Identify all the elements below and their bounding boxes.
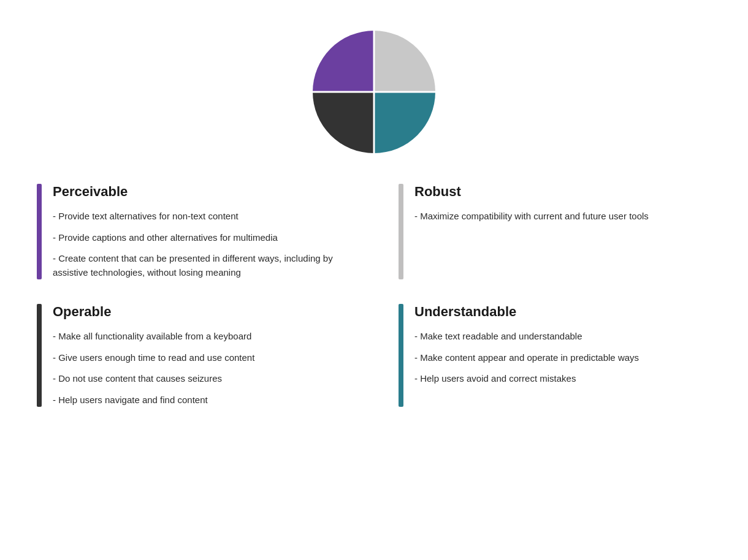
- content-grid: Perceivable - Provide text alternatives …: [37, 184, 711, 407]
- understandable-content: Understandable - Make text readable and …: [414, 304, 711, 407]
- understandable-bar: [399, 304, 403, 407]
- perceivable-item-3: - Create content that can be presented i…: [53, 252, 349, 279]
- understandable-item-3: - Help users avoid and correct mistakes: [414, 372, 711, 386]
- operable-item-1: - Make all functionality available from …: [53, 330, 349, 344]
- understandable-title: Understandable: [414, 304, 711, 320]
- perceivable-bar: [37, 184, 42, 279]
- robust-bar: [399, 184, 403, 279]
- understandable-section: Understandable - Make text readable and …: [399, 304, 711, 407]
- chart-container: [307, 25, 441, 159]
- pie-chart: [307, 25, 441, 159]
- robust-title: Robust: [414, 184, 711, 200]
- perceivable-section: Perceivable - Provide text alternatives …: [37, 184, 349, 279]
- operable-item-2: - Give users enough time to read and use…: [53, 351, 349, 365]
- robust-content: Robust - Maximize compatibility with cur…: [414, 184, 711, 279]
- operable-title: Operable: [53, 304, 349, 320]
- understandable-item-2: - Make content appear and operate in pre…: [414, 351, 711, 365]
- understandable-item-1: - Make text readable and understandable: [414, 330, 711, 344]
- operable-bar: [37, 304, 42, 407]
- robust-item-1: - Maximize compatibility with current an…: [414, 210, 711, 224]
- operable-content: Operable - Make all functionality availa…: [53, 304, 349, 407]
- perceivable-item-1: - Provide text alternatives for non-text…: [53, 210, 349, 224]
- operable-item-3: - Do not use content that causes seizure…: [53, 372, 349, 386]
- robust-section: Robust - Maximize compatibility with cur…: [399, 184, 711, 279]
- perceivable-title: Perceivable: [53, 184, 349, 200]
- operable-item-4: - Help users navigate and find content: [53, 393, 349, 407]
- operable-section: Operable - Make all functionality availa…: [37, 304, 349, 407]
- perceivable-content: Perceivable - Provide text alternatives …: [53, 184, 349, 279]
- perceivable-item-2: - Provide captions and other alternative…: [53, 231, 349, 245]
